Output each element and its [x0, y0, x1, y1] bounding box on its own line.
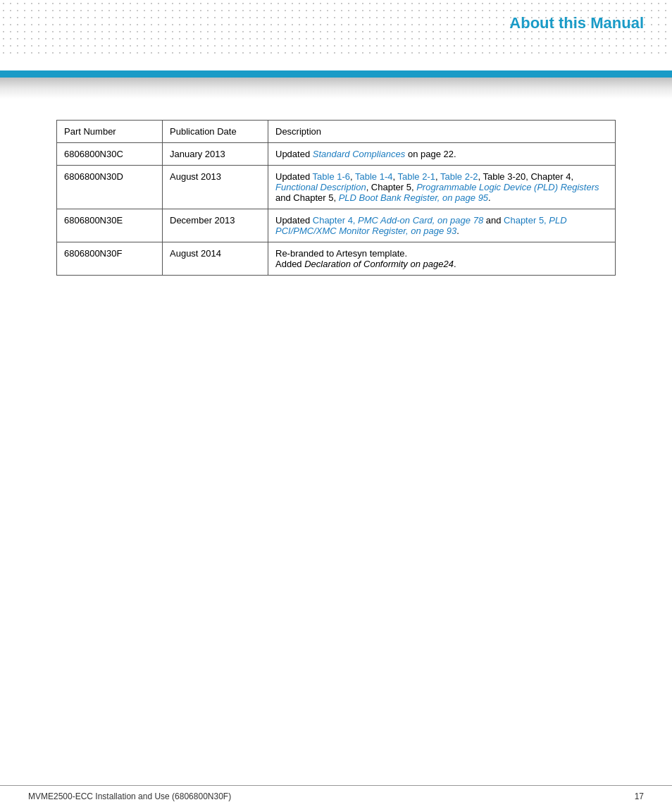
- desc-link-func[interactable]: Functional Description: [275, 182, 366, 192]
- desc-link-conformity: Declaration of Conformity on page24: [304, 259, 454, 269]
- desc-line1: Re-branded to Artesyn template.: [275, 248, 407, 259]
- table-row: 6806800N30D August 2013 Updated Table 1-…: [57, 166, 616, 209]
- desc-link-ch4[interactable]: Chapter 4,: [313, 215, 356, 226]
- table-row: 6806800N30F August 2014 Re-branded to Ar…: [57, 242, 616, 276]
- table-row: 6806800N30C January 2013 Updated Standar…: [57, 143, 616, 166]
- desc-text: Updated Chapter 4, PMC Add-on Card, on p…: [275, 215, 567, 236]
- pub-date: August 2014: [163, 242, 268, 276]
- footer-page-number: 17: [635, 791, 644, 801]
- footer: MVME2500-ECC Installation and Use (68068…: [0, 785, 672, 807]
- desc-link-table16[interactable]: Table 1-6: [313, 171, 350, 182]
- col-header-part: Part Number: [57, 121, 163, 143]
- pub-date: December 2013: [163, 209, 268, 242]
- desc-link-table14[interactable]: Table 1-4: [355, 171, 392, 182]
- description: Updated Table 1-6, Table 1-4, Table 2-1,…: [268, 166, 616, 209]
- table-header-row: Part Number Publication Date Description: [57, 121, 616, 143]
- desc-link-table22[interactable]: Table 2-2: [440, 171, 478, 182]
- header: About this Manual: [0, 0, 672, 70]
- part-number: 6806800N30C: [57, 143, 163, 166]
- desc-link-pldboot[interactable]: PLD Boot Bank Register, on page 95: [339, 192, 488, 203]
- pub-date: January 2013: [163, 143, 268, 166]
- footer-left: MVME2500-ECC Installation and Use (68068…: [28, 791, 231, 801]
- revision-table: Part Number Publication Date Description…: [56, 120, 616, 276]
- desc-link-pmc[interactable]: PMC Add-on Card, on page 78: [358, 215, 483, 226]
- main-content: Part Number Publication Date Description…: [0, 99, 672, 318]
- part-number: 6806800N30F: [57, 242, 163, 276]
- pub-date: August 2013: [163, 166, 268, 209]
- desc-link-ch5[interactable]: Chapter 5,: [504, 215, 547, 226]
- description: Re-branded to Artesyn template. Added De…: [268, 242, 616, 276]
- desc-text: Updated Standard Compliances on page 22.: [275, 149, 456, 159]
- desc-line2: Added Declaration of Conformity on page2…: [275, 259, 456, 269]
- desc-link[interactable]: Standard Compliances: [313, 149, 406, 159]
- col-header-desc: Description: [268, 121, 616, 143]
- desc-link-pld[interactable]: Programmable Logic Device (PLD) Register…: [416, 182, 599, 192]
- col-header-date: Publication Date: [163, 121, 268, 143]
- desc-text: Updated Table 1-6, Table 1-4, Table 2-1,…: [275, 171, 599, 203]
- page-title: About this Manual: [509, 14, 644, 32]
- gray-wave: [0, 78, 672, 99]
- description: Updated Standard Compliances on page 22.: [268, 143, 616, 166]
- desc-link-table21[interactable]: Table 2-1: [398, 171, 435, 182]
- blue-bar: [0, 70, 672, 78]
- part-number: 6806800N30E: [57, 209, 163, 242]
- table-row: 6806800N30E December 2013 Updated Chapte…: [57, 209, 616, 242]
- part-number: 6806800N30D: [57, 166, 163, 209]
- description: Updated Chapter 4, PMC Add-on Card, on p…: [268, 209, 616, 242]
